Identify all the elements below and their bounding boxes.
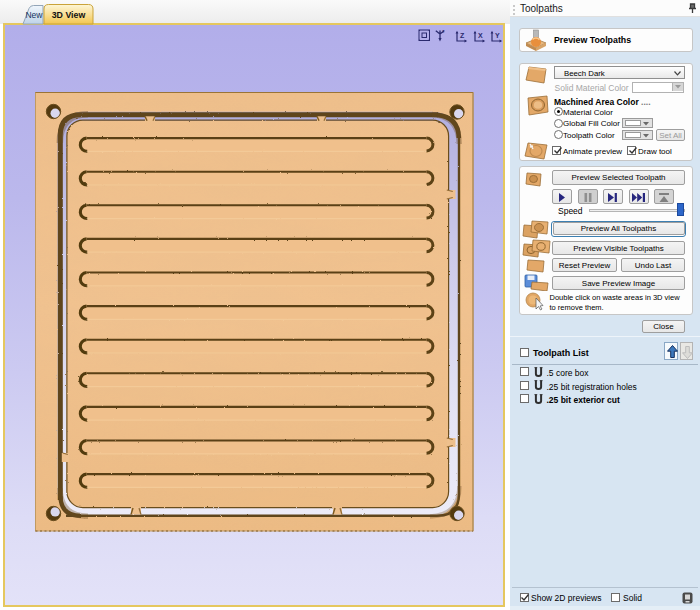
svg-text:z: z	[442, 28, 445, 34]
svg-text:Z: Z	[460, 32, 465, 39]
svg-text:X: X	[478, 32, 483, 39]
svg-text:Y: Y	[495, 32, 500, 39]
